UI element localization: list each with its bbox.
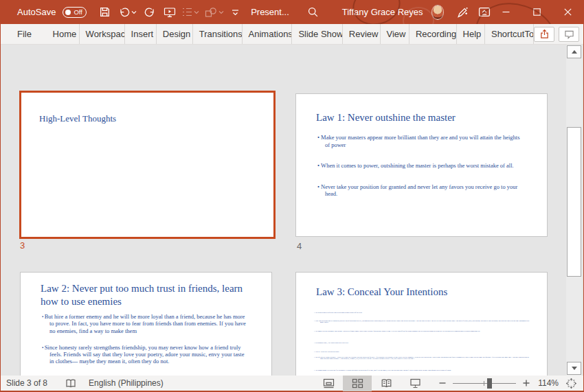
tab-home[interactable]: Home [47, 24, 80, 44]
undo-dropdown[interactable] [131, 5, 137, 20]
reading-view-button[interactable] [372, 375, 401, 391]
powerpoint-window: AutoSave Off [0, 0, 584, 392]
shapes-dropdown[interactable] [218, 5, 223, 20]
zoom-slider-center-tick [482, 383, 486, 384]
slide-bullet: But hire a former enemy and he will be m… [42, 313, 248, 334]
triangle-up-icon [572, 50, 577, 54]
close-button[interactable] [552, 0, 583, 24]
shapes-icon [205, 7, 217, 18]
vertical-scrollbar[interactable] [566, 45, 582, 376]
slide-thumbnail-6[interactable]: Law 3: Conceal Your Intentions Use decoy… [295, 272, 548, 376]
autosave-toggle-knob [65, 10, 71, 15]
tab-view[interactable]: View [381, 24, 409, 44]
tab-review[interactable]: Review [343, 24, 381, 44]
slide-number-4: 4 [297, 241, 302, 251]
autosave-toggle[interactable]: Off [63, 7, 87, 18]
slide-sorter-canvas: High-Level Thoughts 3 Law 1: Never outsh… [1, 45, 583, 376]
close-icon [564, 8, 572, 16]
share-button[interactable] [534, 27, 554, 42]
slide-show-icon [409, 378, 421, 389]
slide-title: Law 2: Never put too much trust in frien… [21, 273, 271, 308]
slide-thumbnail-5[interactable]: Law 2: Never put too much trust in frien… [20, 272, 272, 376]
tab-slide-show[interactable]: Slide Show [292, 24, 342, 44]
language-status[interactable]: English (Philippines) [89, 378, 164, 388]
autosave-state: Off [74, 8, 82, 16]
chevron-down-icon [194, 10, 199, 14]
maximize-button[interactable] [521, 0, 552, 24]
view-shortcut-buttons [314, 375, 429, 391]
autosave-label: AutoSave [17, 7, 56, 17]
slide-thumbnail-3[interactable]: High-Level Thoughts [19, 91, 276, 239]
slide-bullet: Make your masters appear more brilliant … [317, 134, 521, 148]
status-bar: Slide 3 of 8 English (Philippines) [1, 376, 583, 392]
zoom-controls: 114% [436, 376, 583, 390]
tab-design[interactable]: Design [157, 24, 193, 44]
slide-bullet: When it comes to power, outshining the m… [317, 162, 521, 170]
slide-bullet: Hide your intentions not by closing up (… [314, 320, 532, 323]
document-title[interactable]: Present... [251, 7, 289, 17]
slide-sorter-view-button[interactable] [343, 375, 372, 391]
normal-view-button[interactable] [314, 375, 343, 391]
slide-thumbnail-4[interactable]: Law 1: Never outshine the master Make yo… [295, 93, 548, 237]
tab-recording[interactable]: Recording [409, 24, 457, 44]
comments-button[interactable] [559, 27, 579, 42]
scroll-up-button[interactable] [567, 45, 581, 58]
scroll-down-button[interactable] [567, 362, 581, 375]
undo-button[interactable] [119, 5, 131, 20]
zoom-out-button[interactable] [436, 377, 449, 389]
slide-show-view-button[interactable] [401, 375, 429, 391]
account-name[interactable]: Tiffany Grace Reyes [342, 7, 423, 17]
minimize-icon [502, 8, 510, 16]
slide-sorter-icon [352, 378, 363, 389]
pen-sparkle-icon [456, 6, 469, 18]
zoom-slider[interactable] [453, 378, 516, 389]
slide-title: Law 1: Never outshine the master [296, 94, 547, 124]
ribbon-display-options-button[interactable] [478, 5, 491, 20]
ribbon-display-options-icon [478, 6, 491, 18]
numbered-list-dropdown[interactable] [194, 5, 199, 20]
fit-slide-to-window-button[interactable] [564, 376, 578, 390]
fit-to-window-icon [565, 378, 577, 389]
slide-counter: Slide 3 of 8 [6, 378, 47, 388]
slideshow-play-icon [164, 7, 176, 18]
ribbon-action-buttons [534, 24, 583, 44]
tab-help[interactable]: Help [457, 24, 485, 44]
undo-icon [119, 7, 131, 18]
triangle-down-icon [572, 367, 577, 370]
redo-button[interactable] [144, 5, 155, 20]
tab-animations[interactable]: Animations [243, 24, 293, 44]
start-from-beginning-button[interactable] [164, 5, 176, 20]
search-button[interactable] [307, 5, 319, 20]
slide-title: Law 3: Conceal Your Intentions [296, 273, 547, 298]
tab-transitions[interactable]: Transitions [193, 24, 243, 44]
tab-workspace[interactable]: Workspace [80, 24, 125, 44]
ribbon-tab-bar: File Home Workspace Insert Design Transi… [1, 24, 583, 45]
scrollbar-thumb[interactable] [567, 127, 581, 277]
numbered-list-button[interactable] [181, 5, 193, 20]
slide-number-3: 3 [20, 240, 25, 251]
redo-icon [144, 7, 155, 18]
slide-bullet: Kierkegaard wrote, "The world wants to b… [314, 342, 532, 343]
zoom-in-button[interactable] [520, 377, 532, 389]
plus-icon [523, 380, 530, 387]
spell-check-button[interactable] [65, 378, 76, 389]
slide-bullet: The key to power, then, is the ability t… [42, 375, 248, 376]
slide-bullet: Use decoyed objects of desire and red he… [314, 312, 532, 313]
minimize-button[interactable] [491, 0, 521, 24]
shapes-button[interactable] [205, 5, 217, 20]
tab-shortcutto[interactable]: ShortcutTo [485, 24, 534, 44]
zoom-slider-thumb[interactable] [487, 378, 492, 389]
slide-bullet: Law 4: Always say less than necessary [314, 351, 532, 352]
tab-insert[interactable]: Insert [125, 24, 157, 44]
slide-bullet: Never take your position for granted and… [317, 183, 521, 198]
minus-icon [439, 380, 446, 387]
comment-icon [564, 30, 574, 39]
tab-file[interactable]: File [10, 24, 37, 44]
user-avatar[interactable] [431, 5, 444, 20]
reading-view-icon [381, 378, 392, 389]
save-button[interactable] [99, 5, 111, 20]
zoom-level[interactable]: 114% [532, 378, 559, 388]
customize-quick-access-toolbar-button[interactable] [230, 5, 241, 20]
window-controls [491, 0, 583, 24]
ink-pen-button[interactable] [456, 5, 469, 20]
